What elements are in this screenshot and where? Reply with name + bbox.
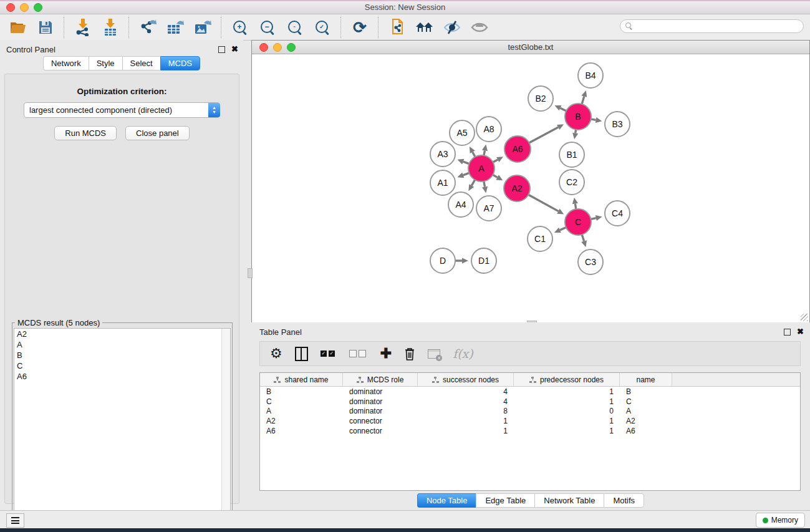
import-network-icon[interactable] xyxy=(74,18,92,37)
refresh-icon[interactable]: ⟳ xyxy=(350,18,369,37)
result-item[interactable]: A2 xyxy=(14,329,230,339)
tab-mcds[interactable]: MCDS xyxy=(160,56,200,70)
table-cell[interactable]: dominator xyxy=(343,397,418,406)
table-cell[interactable]: A2 xyxy=(620,417,672,425)
close-panel-icon[interactable]: ✖ xyxy=(797,328,804,336)
table-row[interactable]: Bdominator41B xyxy=(260,387,800,397)
table-cell[interactable]: 1 xyxy=(514,387,620,396)
graph-node-label: A3 xyxy=(437,149,448,159)
show-graphics-details-icon[interactable] xyxy=(470,18,489,37)
table-cell[interactable]: C xyxy=(620,397,672,406)
table-cell[interactable]: 1 xyxy=(418,417,514,425)
pane-divider-handle[interactable] xyxy=(248,268,253,278)
desktop-background xyxy=(0,528,810,532)
close-panel-icon[interactable]: ✖ xyxy=(231,46,238,53)
network-canvas[interactable]: B4B2BB3A5A8A6A3AB1A1A2C2A4A7C4C1CDD1C3 xyxy=(252,54,809,322)
zoom-selected-icon[interactable]: ✓ xyxy=(313,18,332,37)
result-item[interactable]: C xyxy=(14,360,230,371)
column-header-successor-nodes[interactable]: successor nodes xyxy=(418,373,514,386)
table-row[interactable]: Adominator80A xyxy=(260,407,800,417)
tab-style[interactable]: Style xyxy=(89,56,122,70)
export-image-icon[interactable] xyxy=(193,18,212,37)
select-all-icon[interactable]: ✓✓ xyxy=(321,351,337,357)
network-graph[interactable]: B4B2BB3A5A8A6A3AB1A1A2C2A4A7C4C1CDD1C3 xyxy=(252,54,809,322)
column-header-name[interactable]: name xyxy=(620,373,672,386)
tab-select[interactable]: Select xyxy=(122,56,160,70)
zoom-out-icon[interactable]: − xyxy=(258,18,277,37)
close-panel-button[interactable]: Close panel xyxy=(125,126,190,140)
tab-node-table[interactable]: Node Table xyxy=(417,493,476,508)
table-cell[interactable]: A xyxy=(620,407,672,415)
table-cell[interactable]: A2 xyxy=(260,417,343,425)
export-table-icon[interactable] xyxy=(166,18,185,37)
tab-network[interactable]: Network xyxy=(43,56,89,70)
resize-grip-icon[interactable] xyxy=(801,314,808,321)
result-scrollbar[interactable] xyxy=(221,329,230,532)
table-cell[interactable]: connector xyxy=(343,417,418,425)
result-item[interactable]: B xyxy=(14,350,230,360)
graph-node-label: B xyxy=(575,112,581,122)
task-history-button[interactable] xyxy=(6,513,24,528)
table-cell[interactable]: C xyxy=(260,397,343,406)
delete-column-icon[interactable] xyxy=(404,347,415,360)
edge-arrowhead xyxy=(482,186,488,193)
network-window-titlebar[interactable]: testGlobe.txt xyxy=(252,41,809,54)
function-builder-icon[interactable]: f(x) xyxy=(453,347,473,360)
column-header-predecessor-nodes[interactable]: predecessor nodes xyxy=(514,373,620,386)
home-layout-icon[interactable] xyxy=(415,18,434,37)
zoom-in-icon[interactable]: + xyxy=(231,18,249,37)
delete-table-icon[interactable] xyxy=(428,349,440,359)
deselect-all-icon[interactable] xyxy=(349,350,368,357)
result-item[interactable]: A6 xyxy=(14,371,230,382)
result-item[interactable]: A xyxy=(14,339,230,350)
edge-A2-C[interactable] xyxy=(528,194,559,211)
table-cell[interactable]: 1 xyxy=(514,417,620,425)
optimization-criterion-select[interactable]: largest connected component (directed) ▲… xyxy=(24,102,220,118)
table-cell[interactable]: A6 xyxy=(620,427,672,435)
network-view-window: testGlobe.txt B4B2BB3A5A8A6A3AB1A1A2C2A4… xyxy=(251,40,810,322)
table-cell[interactable]: 1 xyxy=(418,427,514,435)
show-columns-icon[interactable] xyxy=(295,347,308,361)
table-cell[interactable]: 0 xyxy=(514,407,620,415)
table-cell[interactable]: dominator xyxy=(343,407,418,415)
table-cell[interactable]: B xyxy=(620,387,672,396)
tab-network-table[interactable]: Network Table xyxy=(534,493,604,508)
table-row[interactable]: Cdominator41C xyxy=(260,397,800,407)
column-header-MCDS-role[interactable]: MCDS role xyxy=(343,373,418,386)
table-cell[interactable]: connector xyxy=(343,427,418,435)
mcds-result-list[interactable]: A2ABCA6 xyxy=(14,328,231,532)
dropdown-value: largest connected component (directed) xyxy=(24,105,208,115)
table-row[interactable]: A2connector11A2 xyxy=(260,416,800,426)
table-cell[interactable]: 1 xyxy=(514,397,620,406)
hide-edges-icon[interactable] xyxy=(443,18,461,37)
edge-A6-B[interactable] xyxy=(528,127,559,143)
table-row[interactable]: A6connector11A6 xyxy=(260,426,800,436)
zoom-fit-icon[interactable]: ▫ xyxy=(286,18,304,37)
edge-arrowhead xyxy=(462,258,468,263)
export-network-icon[interactable] xyxy=(138,18,157,37)
table-cell[interactable]: 8 xyxy=(418,407,514,415)
memory-status-icon xyxy=(763,518,768,523)
open-file-icon[interactable] xyxy=(9,18,27,37)
add-column-icon[interactable]: ✚ xyxy=(380,347,392,360)
tab-motifs[interactable]: Motifs xyxy=(604,493,644,508)
table-cell[interactable]: A xyxy=(260,407,343,415)
table-cell[interactable]: 1 xyxy=(514,427,620,435)
table-options-icon[interactable]: ⚙ xyxy=(270,347,282,360)
memory-button[interactable]: Memory xyxy=(756,513,805,528)
table-cell[interactable]: 4 xyxy=(418,387,514,396)
edge-arrowhead xyxy=(595,215,602,221)
table-cell[interactable]: B xyxy=(260,387,343,396)
import-table-icon[interactable] xyxy=(101,18,120,37)
column-header-shared-name[interactable]: shared name xyxy=(260,373,343,386)
float-panel-icon[interactable] xyxy=(784,329,791,336)
table-cell[interactable]: A6 xyxy=(260,427,343,435)
tab-edge-table[interactable]: Edge Table xyxy=(476,493,534,508)
save-session-icon[interactable] xyxy=(36,18,55,37)
search-input[interactable] xyxy=(635,21,803,32)
float-panel-icon[interactable] xyxy=(218,46,225,53)
table-cell[interactable]: dominator xyxy=(343,387,418,396)
table-cell[interactable]: 4 xyxy=(418,397,514,406)
run-mcds-button[interactable]: Run MCDS xyxy=(54,126,117,140)
new-network-from-selection-icon[interactable] xyxy=(388,18,407,37)
